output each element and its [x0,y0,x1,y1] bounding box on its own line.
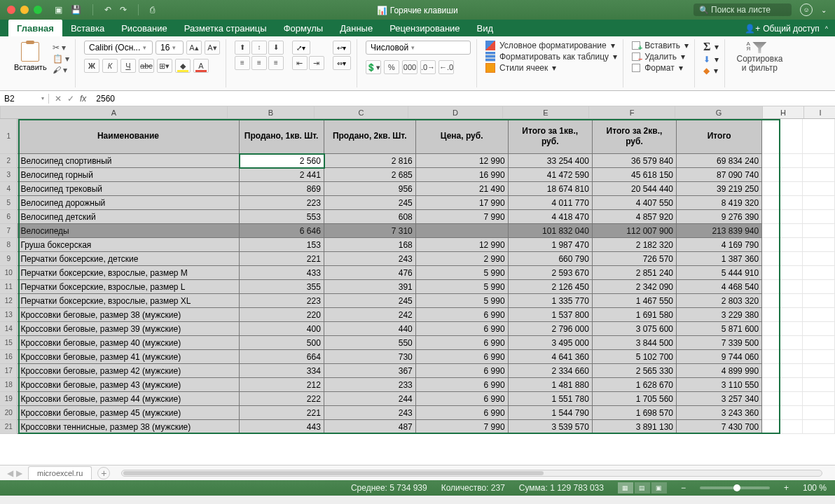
cell[interactable]: Кроссовки беговые, размер 41 (мужские) [18,350,239,364]
ribbon-tab-2[interactable]: Рисование [113,20,175,36]
row-header[interactable]: 20 [0,406,18,420]
cell[interactable]: 7 430 700 [677,420,762,434]
conditional-formatting-button[interactable]: Условное форматирование ▾ [485,41,617,50]
cell[interactable]: 6 990 [416,392,509,406]
cell[interactable]: 12 990 [416,154,509,168]
cell[interactable]: Итого [677,119,762,154]
cell[interactable]: 168 [324,238,416,252]
cell[interactable]: 2 593 670 [509,266,593,280]
cell[interactable] [803,196,835,210]
cell[interactable]: 443 [240,420,324,434]
cell[interactable]: 4 169 790 [677,238,762,252]
merge-button[interactable]: ⇔▾ [333,56,351,70]
cell[interactable] [803,420,835,434]
feedback-icon[interactable]: ☺ [800,4,813,16]
cell[interactable]: 5 990 [416,266,509,280]
col-header-B[interactable]: B [228,106,315,118]
autosave-icon[interactable]: 💾 [71,5,81,15]
ribbon-tab-3[interactable]: Разметка страницы [176,20,275,36]
cell[interactable]: 7 310 [324,224,416,238]
cell[interactable]: 2 990 [416,252,509,266]
cell[interactable]: 6 646 [240,224,324,238]
align-left[interactable]: ≡ [235,56,250,70]
cell[interactable] [803,119,835,154]
font-size-combo[interactable]: 16▾ [156,41,184,55]
row-header[interactable]: 11 [0,280,18,294]
ribbon-tab-7[interactable]: Вид [469,20,502,36]
cell[interactable]: Велосипеды [18,224,239,238]
cell[interactable]: 2 182 320 [593,238,677,252]
cell[interactable]: 223 [240,196,324,210]
cell[interactable]: 3 495 000 [509,336,593,350]
cell[interactable] [762,196,803,210]
insert-cells-button[interactable]: Вставить ▾ [632,41,689,50]
cell[interactable] [762,224,803,238]
undo-icon[interactable]: ↶ [104,5,111,15]
cell[interactable]: 1 481 880 [509,378,593,392]
cell[interactable]: 1 691 580 [593,308,677,322]
cell[interactable] [762,119,803,154]
cell[interactable]: 33 254 400 [509,154,593,168]
row-header[interactable]: 16 [0,350,18,364]
redo-icon[interactable]: ↷ [120,5,127,15]
cell[interactable]: 39 219 250 [677,182,762,196]
cell[interactable] [803,322,835,336]
col-header-H[interactable]: H [763,106,804,118]
cell[interactable] [762,238,803,252]
minimize-window[interactable] [20,6,29,14]
cell[interactable]: 2 803 320 [677,294,762,308]
autosum-button[interactable]: Σ ▾ [703,41,719,53]
sheet-tab[interactable]: microexcel.ru [28,466,92,479]
comma-button[interactable]: 000 [402,60,418,74]
cell[interactable]: 233 [324,378,416,392]
cell[interactable]: Велосипед дорожный [18,196,239,210]
cell[interactable]: 334 [240,364,324,378]
cell[interactable] [803,252,835,266]
align-top[interactable]: ⬆ [235,41,250,55]
cell[interactable]: 391 [324,280,416,294]
cell[interactable]: 367 [324,364,416,378]
cell[interactable] [803,182,835,196]
ribbon-tab-0[interactable]: Главная [8,20,62,36]
cell[interactable]: 8 419 320 [677,196,762,210]
cell[interactable]: 9 276 390 [677,210,762,224]
orientation-button[interactable]: ⤢▾ [292,41,310,55]
cell[interactable]: 2 851 240 [593,266,677,280]
underline-button[interactable]: Ч [120,59,136,73]
cell[interactable] [762,266,803,280]
save-icon[interactable]: ▣ [55,5,62,15]
cell[interactable]: 2 816 [324,154,416,168]
cell[interactable]: Цена, руб. [416,119,509,154]
cell[interactable]: Перчатки боксерские, взрослые, размер L [18,280,239,294]
cell[interactable]: 4 418 470 [509,210,593,224]
cell[interactable] [803,392,835,406]
zoom-out[interactable]: − [681,483,686,493]
cell[interactable] [803,336,835,350]
cell[interactable]: 245 [324,294,416,308]
cell[interactable]: Кроссовки беговые, размер 44 (мужские) [18,392,239,406]
row-header[interactable]: 15 [0,336,18,350]
col-header-D[interactable]: D [408,106,503,118]
cell[interactable] [803,210,835,224]
col-header-F[interactable]: F [589,106,675,118]
cell[interactable]: 3 539 570 [509,420,593,434]
cell[interactable]: 245 [324,196,416,210]
border-button[interactable]: ⊞▾ [157,59,172,73]
cell[interactable]: 221 [240,252,324,266]
row-header[interactable]: 18 [0,378,18,392]
cell[interactable]: 6 990 [416,378,509,392]
cell[interactable]: 553 [240,210,324,224]
cell[interactable]: Продано, 2кв. Шт. [324,119,416,154]
cell[interactable] [416,224,509,238]
bold-button[interactable]: Ж [84,59,99,73]
row-header[interactable]: 13 [0,308,18,322]
cell[interactable] [803,280,835,294]
cell[interactable]: 5 990 [416,294,509,308]
cell[interactable]: Велосипед детский [18,210,239,224]
row-header[interactable]: 4 [0,182,18,196]
cell[interactable]: 956 [324,182,416,196]
cell[interactable]: 16 990 [416,168,509,182]
ribbon-tab-6[interactable]: Рецензирование [381,20,468,36]
col-header-E[interactable]: E [503,106,589,118]
cell[interactable]: 242 [324,308,416,322]
